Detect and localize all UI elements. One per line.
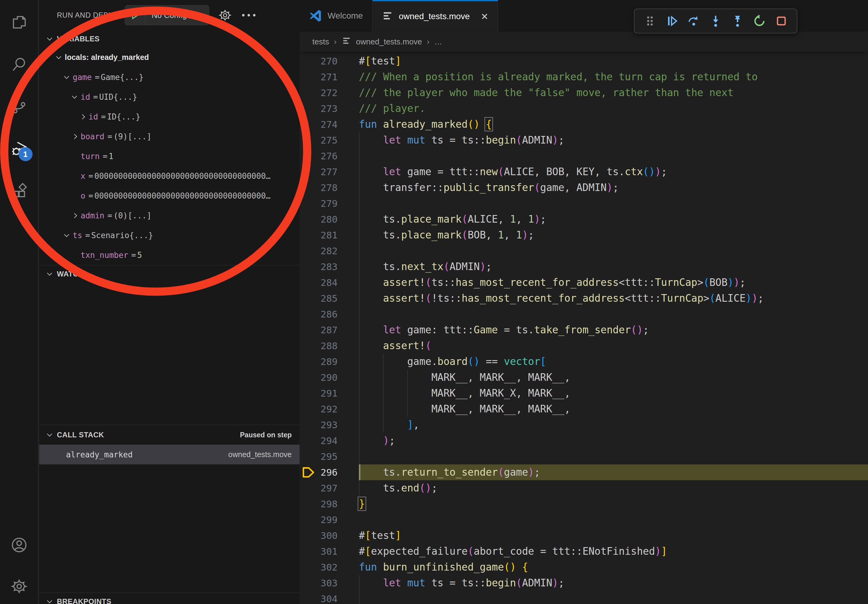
breakpoint-gutter[interactable]: 294: [299, 433, 359, 449]
code-line[interactable]: 304: [299, 591, 868, 604]
code-line[interactable]: 292 MARK__, MARK__, MARK__,: [299, 401, 868, 417]
step-over-icon[interactable]: [686, 13, 701, 29]
code-line[interactable]: 296 ts.return_to_sender(game);: [299, 465, 868, 480]
code-line[interactable]: 295: [299, 449, 868, 465]
code-line[interactable]: 293 ],: [299, 417, 868, 433]
breakpoint-gutter[interactable]: 278: [299, 180, 359, 195]
breakpoint-gutter[interactable]: 300: [299, 528, 359, 544]
chevron-right-icon[interactable]: [76, 115, 88, 119]
restart-icon[interactable]: [752, 13, 767, 29]
tab-owned-tests-move[interactable]: owned_tests.move ✕: [372, 0, 498, 32]
breakpoint-gutter[interactable]: 283: [299, 259, 359, 275]
code-line[interactable]: 290 MARK__, MARK__, MARK__,: [299, 370, 868, 385]
code-line[interactable]: 285 assert!(!ts::has_most_recent_for_add…: [299, 290, 868, 306]
breakpoint-gutter[interactable]: 287: [299, 322, 359, 338]
chevron-down-icon[interactable]: [60, 76, 73, 78]
breakpoint-gutter[interactable]: 302: [299, 559, 359, 575]
chevron-down-icon[interactable]: [60, 234, 73, 236]
variable-row[interactable]: id=UID{...}: [39, 87, 299, 107]
breakpoint-gutter[interactable]: 291: [299, 385, 359, 401]
variable-row[interactable]: ts=Scenario{...}: [39, 225, 299, 245]
breakpoint-gutter[interactable]: 281: [299, 227, 359, 243]
tab-welcome[interactable]: Welcome: [299, 0, 372, 32]
variable-row[interactable]: board=(9)[...]: [39, 127, 299, 146]
variable-row[interactable]: txn_number=5: [39, 245, 299, 265]
breakpoint-gutter[interactable]: 293: [299, 417, 359, 433]
breakpoint-gutter[interactable]: 296: [299, 465, 359, 480]
breakpoint-gutter[interactable]: 271: [299, 69, 359, 85]
variables-scope-row[interactable]: locals: already_marked: [39, 48, 299, 67]
breakpoint-gutter[interactable]: 297: [299, 480, 359, 496]
code-line[interactable]: 302fun burn_unfinished_game() {: [299, 559, 868, 575]
breakpoint-gutter[interactable]: 303: [299, 575, 359, 591]
breakpoint-gutter[interactable]: 276: [299, 148, 359, 164]
variable-row[interactable]: x=000000000000000000000000000000000000…: [39, 166, 299, 186]
breakpoint-gutter[interactable]: 289: [299, 354, 359, 370]
code-line[interactable]: 284 assert!(ts::has_most_recent_for_addr…: [299, 275, 868, 290]
code-line[interactable]: 283 ts.next_tx(ADMIN);: [299, 259, 868, 275]
variable-row[interactable]: turn=1: [39, 146, 299, 166]
breakpoint-gutter[interactable]: 275: [299, 132, 359, 148]
breakpoint-gutter[interactable]: 285: [299, 290, 359, 306]
variable-row[interactable]: game=Game{...}: [39, 67, 299, 87]
code-line[interactable]: 279: [299, 195, 868, 211]
code-line[interactable]: 286: [299, 306, 868, 322]
breadcrumb-item-file[interactable]: owned_tests.move: [356, 37, 422, 46]
code-line[interactable]: 294 );: [299, 433, 868, 449]
source-control-icon[interactable]: [11, 98, 28, 115]
watch-section-header[interactable]: WATCH: [39, 265, 299, 283]
code-line[interactable]: 282: [299, 243, 868, 259]
variable-row[interactable]: admin=(0)[...]: [39, 206, 299, 225]
code-line[interactable]: 299: [299, 512, 868, 528]
breakpoint-gutter[interactable]: 279: [299, 195, 359, 211]
breakpoint-gutter[interactable]: 280: [299, 211, 359, 227]
breakpoint-gutter[interactable]: 286: [299, 306, 359, 322]
chevron-down-icon[interactable]: [68, 96, 81, 98]
code-line[interactable]: 287 let game: ttt::Game = ts.take_from_s…: [299, 322, 868, 338]
more-actions-icon[interactable]: [241, 7, 257, 23]
code-line[interactable]: 280 ts.place_mark(ALICE, 1, 1);: [299, 211, 868, 227]
breakpoint-gutter[interactable]: 292: [299, 401, 359, 417]
code-line[interactable]: 272/// the player who made the "false" m…: [299, 85, 868, 101]
breakpoint-gutter[interactable]: 288: [299, 338, 359, 354]
breakpoint-gutter[interactable]: 273: [299, 101, 359, 116]
variable-row[interactable]: o=000000000000000000000000000000000000…: [39, 186, 299, 206]
chevron-down-icon[interactable]: [53, 57, 65, 58]
breakpoint-gutter[interactable]: 298: [299, 496, 359, 512]
code-line[interactable]: 288 assert!(: [299, 338, 868, 354]
settings-gear-icon[interactable]: [11, 578, 28, 595]
code-line[interactable]: 300#[test]: [299, 528, 868, 544]
code-line[interactable]: 276: [299, 148, 868, 164]
code-line[interactable]: 278 transfer::public_transfer(game, ADMI…: [299, 180, 868, 195]
code-line[interactable]: 274fun already_marked() {: [299, 116, 868, 132]
call-stack-frame[interactable]: already_marked owned_tests.move: [39, 444, 299, 465]
debug-settings-gear-icon[interactable]: [217, 7, 233, 23]
drag-grip-icon[interactable]: [642, 13, 657, 29]
breakpoint-gutter[interactable]: 272: [299, 85, 359, 101]
continue-icon[interactable]: [664, 13, 679, 29]
debug-config-dropdown[interactable]: No Configur: [125, 5, 209, 25]
code-editor[interactable]: 270#[test]271/// When a position is alre…: [299, 52, 868, 604]
code-line[interactable]: 277 let game = ttt::new(ALICE, BOB, KEY,…: [299, 164, 868, 180]
call-stack-section-header[interactable]: CALL STACK Paused on step: [39, 425, 299, 444]
breakpoint-gutter[interactable]: 282: [299, 243, 359, 259]
step-into-icon[interactable]: [708, 13, 723, 29]
variables-section-header[interactable]: VARIABLES: [39, 30, 299, 48]
code-line[interactable]: 303 let mut ts = ts::begin(ADMIN);: [299, 575, 868, 591]
code-line[interactable]: 271/// When a position is already marked…: [299, 69, 868, 85]
breakpoint-gutter[interactable]: 295: [299, 449, 359, 465]
code-line[interactable]: 291 MARK__, MARK_X, MARK__,: [299, 385, 868, 401]
breakpoints-section-header[interactable]: BREAKPOINTS: [39, 593, 299, 604]
breakpoint-gutter[interactable]: 270: [299, 53, 359, 69]
chevron-right-icon[interactable]: [68, 214, 81, 217]
breadcrumb-item-tests[interactable]: tests: [312, 37, 329, 46]
breakpoint-gutter[interactable]: 274: [299, 116, 359, 132]
explorer-icon[interactable]: [11, 13, 28, 30]
chevron-right-icon[interactable]: [68, 135, 81, 138]
extensions-icon[interactable]: [11, 183, 28, 200]
code-line[interactable]: 281 ts.place_mark(BOB, 1, 1);: [299, 227, 868, 243]
code-line[interactable]: 270#[test]: [299, 53, 868, 69]
breakpoint-gutter[interactable]: 284: [299, 275, 359, 290]
breakpoint-gutter[interactable]: 290: [299, 370, 359, 385]
close-icon[interactable]: ✕: [481, 11, 488, 22]
